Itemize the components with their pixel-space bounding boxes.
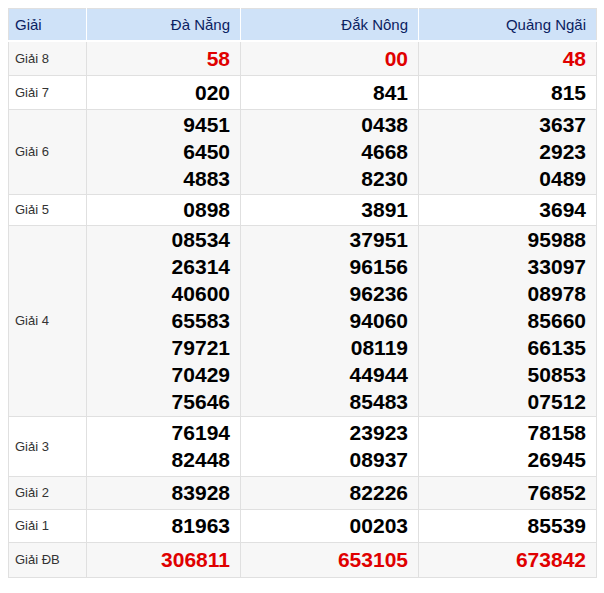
- prize-number-cell: 673842: [419, 542, 597, 577]
- province-header-da-nang[interactable]: Đà Nẵng: [87, 9, 241, 42]
- table-row: Giải 5089838913694: [9, 194, 597, 225]
- prize-number-cell: 82226: [241, 476, 419, 509]
- prize-number-cell: 00: [241, 41, 419, 75]
- prize-column-header: Giải: [9, 9, 87, 42]
- prize-label: Giải 7: [9, 75, 87, 109]
- prize-number-cell: 95988330970897885660661355085307512: [419, 225, 597, 416]
- prize-number-cell: 3891: [241, 194, 419, 225]
- prize-number: 58: [87, 45, 230, 72]
- prize-number-cell: 76852: [419, 476, 597, 509]
- prize-number: 23923: [241, 419, 408, 446]
- table-row: Giải 69451645048830438466882303637292304…: [9, 109, 597, 194]
- prize-number: 00: [241, 45, 408, 72]
- table-row: Giải 8580048: [9, 41, 597, 75]
- table-row: Giải 2839288222676852: [9, 476, 597, 509]
- prize-number: 66135: [419, 334, 586, 361]
- prize-number-cell: 363729230489: [419, 109, 597, 194]
- prize-number: 4668: [241, 138, 408, 165]
- table-row: Giải 7020841815: [9, 75, 597, 109]
- prize-number: 2923: [419, 138, 586, 165]
- prize-number-cell: 815: [419, 75, 597, 109]
- prize-number: 95988: [419, 226, 586, 253]
- prize-number: 07512: [419, 388, 586, 415]
- prize-number-cell: 58: [87, 41, 241, 75]
- prize-number: 0898: [87, 196, 230, 223]
- prize-number: 40600: [87, 280, 230, 307]
- table-row: Giải 3761948244823923089377815826945: [9, 416, 597, 476]
- prize-number: 9451: [87, 111, 230, 138]
- prize-number: 96156: [241, 253, 408, 280]
- prize-number-cell: 00203: [241, 509, 419, 542]
- prize-label: Giải 8: [9, 41, 87, 75]
- prize-number: 83928: [87, 479, 230, 506]
- prize-number: 79721: [87, 334, 230, 361]
- table-header-row: Giải Đà Nẵng Đắk Nông Quảng Ngãi: [9, 9, 597, 42]
- table-row: Giải ĐB306811653105673842: [9, 542, 597, 577]
- prize-number: 85483: [241, 388, 408, 415]
- prize-number-cell: 7815826945: [419, 416, 597, 476]
- prize-number: 3694: [419, 196, 586, 223]
- prize-number-cell: 0898: [87, 194, 241, 225]
- prize-number: 08978: [419, 280, 586, 307]
- prize-label: Giải 2: [9, 476, 87, 509]
- prize-number: 33097: [419, 253, 586, 280]
- prize-number: 020: [87, 79, 230, 106]
- prize-number: 08534: [87, 226, 230, 253]
- prize-number: 48: [419, 45, 586, 72]
- prize-number: 94060: [241, 307, 408, 334]
- prize-number: 4883: [87, 165, 230, 192]
- prize-number: 50853: [419, 361, 586, 388]
- prize-number: 08119: [241, 334, 408, 361]
- prize-number: 76852: [419, 479, 586, 506]
- prize-label: Giải 5: [9, 194, 87, 225]
- prize-number: 26945: [419, 446, 586, 473]
- lottery-results-table: Giải Đà Nẵng Đắk Nông Quảng Ngãi Giải 85…: [8, 8, 597, 578]
- prize-number: 82226: [241, 479, 408, 506]
- prize-number-cell: 306811: [87, 542, 241, 577]
- prize-number: 75646: [87, 388, 230, 415]
- prize-number: 841: [241, 79, 408, 106]
- table-row: Giải 1819630020385539: [9, 509, 597, 542]
- prize-number: 37951: [241, 226, 408, 253]
- prize-number: 76194: [87, 419, 230, 446]
- prize-number: 82448: [87, 446, 230, 473]
- prize-number-cell: 7619482448: [87, 416, 241, 476]
- prize-number: 3891: [241, 196, 408, 223]
- prize-number-cell: 945164504883: [87, 109, 241, 194]
- prize-number-cell: 020: [87, 75, 241, 109]
- prize-number: 306811: [87, 546, 230, 573]
- prize-number: 0489: [419, 165, 586, 192]
- prize-number: 0438: [241, 111, 408, 138]
- prize-number-cell: 37951961569623694060081194494485483: [241, 225, 419, 416]
- prize-number: 6450: [87, 138, 230, 165]
- prize-number: 85539: [419, 512, 586, 539]
- prize-number-cell: 83928: [87, 476, 241, 509]
- prize-number: 673842: [419, 546, 586, 573]
- prize-number-cell: 2392308937: [241, 416, 419, 476]
- prize-number: 3637: [419, 111, 586, 138]
- prize-number: 00203: [241, 512, 408, 539]
- prize-label: Giải 6: [9, 109, 87, 194]
- prize-number: 653105: [241, 546, 408, 573]
- province-header-quang-ngai[interactable]: Quảng Ngãi: [419, 9, 597, 42]
- prize-number: 65583: [87, 307, 230, 334]
- prize-number: 85660: [419, 307, 586, 334]
- prize-number: 08937: [241, 446, 408, 473]
- prize-number-cell: 841: [241, 75, 419, 109]
- prize-number: 8230: [241, 165, 408, 192]
- lottery-results-panel: Giải Đà Nẵng Đắk Nông Quảng Ngãi Giải 85…: [8, 8, 596, 578]
- prize-number-cell: 85539: [419, 509, 597, 542]
- prize-number: 81963: [87, 512, 230, 539]
- prize-number: 96236: [241, 280, 408, 307]
- prize-number-cell: 08534263144060065583797217042975646: [87, 225, 241, 416]
- prize-number-cell: 3694: [419, 194, 597, 225]
- prize-number: 44944: [241, 361, 408, 388]
- table-row: Giải 40853426314406006558379721704297564…: [9, 225, 597, 416]
- prize-number-cell: 653105: [241, 542, 419, 577]
- prize-label: Giải 4: [9, 225, 87, 416]
- prize-number: 78158: [419, 419, 586, 446]
- prize-number: 70429: [87, 361, 230, 388]
- prize-number: 815: [419, 79, 586, 106]
- prize-number-cell: 043846688230: [241, 109, 419, 194]
- province-header-dak-nong[interactable]: Đắk Nông: [241, 9, 419, 42]
